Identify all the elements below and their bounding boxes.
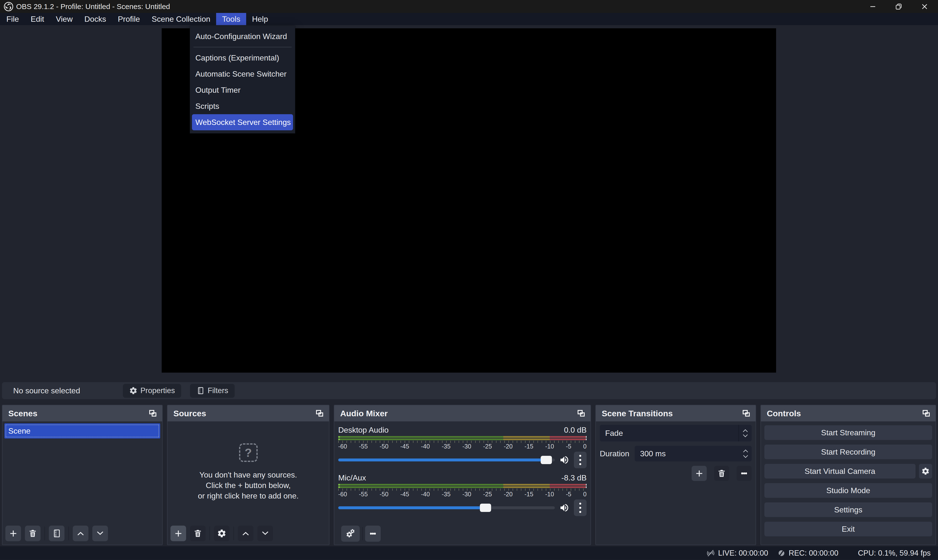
trash-icon [193,529,202,538]
audio-mixer-title: Audio Mixer [340,409,388,418]
menu-item-view[interactable]: View [50,13,79,25]
tools-menu-item-scripts[interactable]: Scripts [192,98,293,114]
settings-button[interactable]: Settings [764,502,932,517]
popout-icon[interactable] [921,409,931,417]
filter-icon [196,386,205,395]
volume-slider-handle[interactable] [541,456,552,464]
gear-icon [921,467,930,475]
add-source-button[interactable] [170,526,186,541]
close-icon[interactable] [920,2,929,11]
plus-icon [174,529,183,538]
plus-icon [694,469,704,478]
spinner-arrows[interactable] [743,446,748,462]
maximize-icon[interactable] [895,2,903,11]
source-toolbar: No source selected Properties Filters [2,382,936,399]
duration-value: 300 ms [635,449,666,458]
advanced-audio-properties-button[interactable] [341,526,360,542]
properties-button[interactable]: Properties [123,384,181,398]
scene-transitions-header: Scene Transitions [596,405,756,422]
tools-menu-item-websocket-server-settings[interactable]: WebSocket Server Settings [192,114,293,130]
scenes-panel-title: Scenes [8,409,37,418]
sources-panel-title: Sources [173,409,206,418]
mixer-options-button[interactable] [365,526,381,542]
scene-list-item[interactable]: Scene [5,423,160,438]
popout-icon[interactable] [576,409,586,417]
tools-menu-item-auto-configuration-wizard[interactable]: Auto-Configuration Wizard [192,28,293,45]
source-properties-button[interactable] [214,526,230,541]
duration-spinner[interactable]: 300 ms [635,446,752,462]
scene-filters-button[interactable] [49,526,65,541]
popout-icon[interactable] [315,409,324,417]
menu-item-help[interactable]: Help [246,13,274,25]
controls-header: Controls [761,405,936,422]
select-arrows[interactable] [739,425,752,442]
statusbar: LIVE: 00:00:00 REC: 00:00:00 CPU: 0.1%, … [0,546,938,560]
volume-slider[interactable] [338,458,555,462]
transition-options-button[interactable] [736,466,752,481]
tools-menu-item-captions[interactable]: Captions (Experimental) [192,50,293,66]
scene-transitions-title: Scene Transitions [602,409,673,418]
start-streaming-button[interactable]: Start Streaming [764,425,932,440]
remove-transition-button[interactable] [714,466,729,481]
menu-item-docks[interactable]: Docks [79,13,112,25]
obs-logo-icon [3,2,14,12]
tools-menu-item-output-timer[interactable]: Output Timer [192,82,293,98]
remove-source-button[interactable] [190,526,206,541]
menu-item-edit[interactable]: Edit [25,13,50,25]
live-broadcast-off-icon [706,548,716,558]
transition-selected-value: Fade [600,425,739,442]
channel-options-button[interactable] [574,500,586,516]
move-source-up-button[interactable] [238,526,253,541]
menu-item-tools[interactable]: Tools [216,13,246,25]
chevron-down-icon [743,455,748,458]
transition-select[interactable]: Fade [600,425,752,442]
live-time: LIVE: 00:00:00 [718,549,768,558]
menu-item-file[interactable]: File [0,13,25,25]
audio-mixer-body: Desktop Audio 0.0 dB -60-55-50-45-40-35-… [334,422,591,545]
menu-item-scene-collection[interactable]: Scene Collection [146,13,216,25]
speaker-icon[interactable] [559,455,569,465]
exit-button[interactable]: Exit [764,522,932,536]
chevron-up-icon [743,449,748,452]
meter-scale: -60-55-50-45-40-35-30-25-20-15-10-50 [338,491,586,498]
volume-slider-handle[interactable] [480,504,491,512]
move-scene-up-button[interactable] [73,526,88,541]
move-source-down-button[interactable] [258,526,273,541]
toolbar-separator [362,527,363,540]
volume-meter [338,484,586,486]
tools-menu-item-automatic-scene-switcher[interactable]: Automatic Scene Switcher [192,66,293,82]
virtual-camera-settings-button[interactable] [919,464,932,478]
filters-button[interactable]: Filters [190,384,234,398]
popout-icon[interactable] [148,409,157,417]
chevron-up-icon [76,529,85,538]
controls-title: Controls [767,409,801,418]
menubar: File Edit View Docks Profile Scene Colle… [0,13,938,25]
move-scene-down-button[interactable] [92,526,108,541]
audio-mixer-header: Audio Mixer [334,405,591,422]
menu-item-profile[interactable]: Profile [112,13,146,25]
sources-panel-header: Sources [168,405,329,422]
add-scene-button[interactable] [5,526,21,541]
volume-slider[interactable] [338,506,555,509]
window-controls [869,2,929,11]
minimize-icon[interactable] [869,2,877,11]
mixer-channel-mic-aux: Mic/Aux -8.3 dB -60-55-50-45-40-35-30-25… [338,472,586,520]
sources-toolbar [168,523,329,545]
obs-window: OBS 29.1.2 - Profile: Untitled - Scenes:… [0,0,938,560]
audio-mixer-toolbar [338,526,586,545]
transitions-toolbar [600,466,752,481]
channel-options-button[interactable] [574,452,586,468]
studio-mode-button[interactable]: Studio Mode [764,483,932,498]
sources-panel: Sources ? You don't have any sources. Cl… [167,405,329,545]
popout-icon[interactable] [741,409,751,417]
filters-label: Filters [208,386,228,395]
gears-icon [346,529,355,538]
scenes-toolbar [2,523,162,545]
start-recording-button[interactable]: Start Recording [764,445,932,459]
speaker-icon[interactable] [559,503,569,513]
remove-scene-button[interactable] [25,526,40,541]
start-virtual-camera-button[interactable]: Start Virtual Camera [764,464,916,478]
chevron-down-icon [96,529,105,538]
add-transition-button[interactable] [691,466,707,481]
meter-scale: -60-55-50-45-40-35-30-25-20-15-10-50 [338,443,586,451]
